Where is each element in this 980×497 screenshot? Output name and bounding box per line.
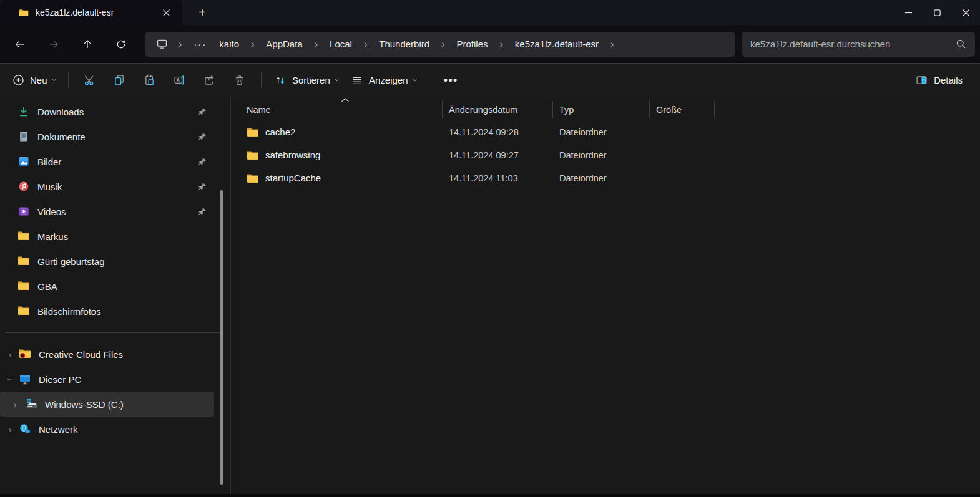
chevron-down-icon: › bbox=[333, 79, 341, 81]
delete-button[interactable] bbox=[225, 69, 255, 92]
titlebar: ke5za1lz.default-esr + bbox=[0, 0, 980, 25]
chevron-right-icon[interactable]: › bbox=[494, 39, 508, 49]
copy-button[interactable] bbox=[105, 69, 135, 92]
titlebar-drag-area bbox=[211, 0, 894, 25]
chevron-right-icon[interactable]: › bbox=[5, 425, 15, 434]
pin-icon bbox=[197, 132, 207, 142]
folder-icon bbox=[247, 150, 259, 160]
file-type: Dateiordner bbox=[553, 127, 650, 137]
chevron-right-icon[interactable]: › bbox=[5, 350, 15, 359]
sidebar-item-musik[interactable]: Musik bbox=[0, 174, 214, 199]
close-button[interactable] bbox=[951, 0, 980, 25]
file-list-pane: Name Änderungsdatum Typ Größe cache2 14.… bbox=[231, 97, 980, 494]
sidebar-item-windows-ssd[interactable]: › Windows-SSD (C:) bbox=[0, 392, 214, 417]
chevron-right-icon[interactable]: › bbox=[245, 39, 260, 49]
videos-icon bbox=[17, 205, 30, 218]
sidebar-item-label: Netzwerk bbox=[39, 424, 78, 435]
tab-close-icon[interactable] bbox=[157, 4, 175, 21]
paste-button[interactable] bbox=[135, 69, 165, 92]
window-bottom-edge bbox=[0, 494, 980, 497]
breadcrumb-local[interactable]: Local bbox=[323, 36, 358, 52]
file-row-cache2[interactable]: cache2 14.11.2024 09:28 Dateiordner bbox=[231, 120, 980, 143]
chevron-right-icon[interactable]: › bbox=[10, 400, 20, 409]
plus-circle-icon bbox=[12, 74, 24, 86]
more-options-button[interactable]: ••• bbox=[436, 69, 466, 92]
creative-cloud-icon bbox=[19, 348, 31, 360]
search-input[interactable] bbox=[750, 39, 956, 49]
sidebar-scrollbar-thumb[interactable] bbox=[220, 190, 223, 485]
chevron-down-icon[interactable]: › bbox=[5, 375, 15, 384]
sidebar-item-markus[interactable]: Markus bbox=[0, 224, 214, 249]
sidebar-item-videos[interactable]: Videos bbox=[0, 199, 214, 224]
new-tab-button[interactable]: + bbox=[194, 4, 211, 21]
details-pane-label: Details bbox=[934, 75, 963, 85]
sort-ascending-icon bbox=[341, 98, 350, 102]
new-button[interactable]: Neu › bbox=[6, 69, 62, 92]
minimize-button[interactable] bbox=[894, 0, 923, 25]
sidebar-item-label: Gürti geburtstag bbox=[37, 256, 105, 267]
file-modified: 14.11.2024 11:03 bbox=[443, 173, 553, 183]
view-lines-icon bbox=[351, 74, 363, 87]
documents-icon bbox=[17, 130, 30, 143]
toolbar-divider bbox=[68, 72, 69, 89]
search-box[interactable] bbox=[742, 32, 975, 57]
sidebar-item-label: GBA bbox=[37, 281, 57, 292]
breadcrumb-current-folder[interactable]: ke5za1lz.default-esr bbox=[509, 36, 605, 52]
file-name: safebrowsing bbox=[265, 150, 320, 160]
pin-icon bbox=[197, 182, 207, 191]
share-button[interactable] bbox=[195, 69, 225, 92]
tab-title: ke5za1lz.default-esr bbox=[36, 7, 150, 17]
chevron-right-icon: › bbox=[173, 39, 187, 49]
search-icon[interactable] bbox=[956, 39, 966, 49]
drive-icon bbox=[25, 398, 37, 410]
column-header-modified[interactable]: Änderungsdatum bbox=[443, 101, 553, 118]
sidebar-item-dieser-pc[interactable]: › Dieser PC bbox=[0, 367, 214, 392]
sort-button[interactable]: Sortieren › bbox=[268, 69, 345, 92]
cut-button[interactable] bbox=[75, 69, 105, 92]
address-bar[interactable]: › ··· kaifo › AppData › Local › Thunderb… bbox=[145, 32, 735, 57]
column-headers: Name Änderungsdatum Typ Größe bbox=[231, 99, 980, 120]
column-header-size[interactable]: Größe bbox=[650, 101, 715, 118]
column-header-type[interactable]: Typ bbox=[553, 101, 650, 118]
sidebar-item-dokumente[interactable]: Dokumente bbox=[0, 124, 214, 149]
chevron-right-icon[interactable]: › bbox=[436, 39, 450, 49]
sidebar-item-bilder[interactable]: Bilder bbox=[0, 149, 214, 174]
sort-icon bbox=[274, 74, 287, 87]
breadcrumb-kaifo[interactable]: kaifo bbox=[213, 36, 245, 52]
folder-icon bbox=[17, 255, 30, 268]
maximize-button[interactable] bbox=[923, 0, 951, 25]
forward-button[interactable] bbox=[40, 32, 67, 56]
explorer-tab[interactable]: ke5za1lz.default-esr bbox=[0, 0, 182, 25]
up-button[interactable] bbox=[74, 32, 101, 56]
folder-icon bbox=[17, 230, 30, 243]
breadcrumb-ellipsis[interactable]: ··· bbox=[187, 36, 213, 52]
breadcrumb-appdata[interactable]: AppData bbox=[260, 36, 308, 52]
rename-button[interactable] bbox=[165, 69, 195, 92]
breadcrumb-thunderbird[interactable]: Thunderbird bbox=[373, 36, 436, 52]
sidebar-item-guerti-geburtstag[interactable]: Gürti geburtstag bbox=[0, 249, 214, 274]
sidebar-item-netzwerk[interactable]: › Netzwerk bbox=[0, 417, 214, 442]
breadcrumb-profiles[interactable]: Profiles bbox=[450, 36, 494, 52]
chevron-right-icon[interactable]: › bbox=[309, 39, 323, 49]
file-modified: 14.11.2024 09:27 bbox=[443, 150, 553, 160]
sidebar-item-label: Creative Cloud Files bbox=[39, 349, 123, 360]
refresh-button[interactable] bbox=[107, 32, 135, 56]
chevron-right-icon[interactable]: › bbox=[605, 39, 619, 49]
downloads-icon bbox=[17, 105, 30, 118]
sidebar-item-gba[interactable]: GBA bbox=[0, 274, 214, 299]
details-pane-button[interactable]: Details bbox=[909, 69, 969, 92]
sidebar-item-bildschirmfotos[interactable]: Bildschirmfotos bbox=[0, 299, 214, 324]
column-header-name[interactable]: Name bbox=[231, 101, 443, 118]
network-icon bbox=[19, 423, 31, 435]
pictures-icon bbox=[17, 155, 30, 168]
monitor-icon[interactable] bbox=[151, 38, 173, 50]
chevron-right-icon[interactable]: › bbox=[358, 39, 373, 49]
file-row-startupcache[interactable]: startupCache 14.11.2024 11:03 Dateiordne… bbox=[231, 166, 980, 190]
view-button[interactable]: Anzeigen › bbox=[345, 69, 423, 92]
sidebar-item-creative-cloud-files[interactable]: › Creative Cloud Files bbox=[0, 342, 214, 367]
pin-icon bbox=[197, 107, 207, 117]
back-button[interactable] bbox=[6, 32, 34, 56]
file-row-safebrowsing[interactable]: safebrowsing 14.11.2024 09:27 Dateiordne… bbox=[231, 143, 980, 166]
sidebar-item-downloads[interactable]: Downloads bbox=[0, 99, 214, 124]
navigation-pane: Downloads Dokumente Bilder bbox=[0, 97, 231, 494]
